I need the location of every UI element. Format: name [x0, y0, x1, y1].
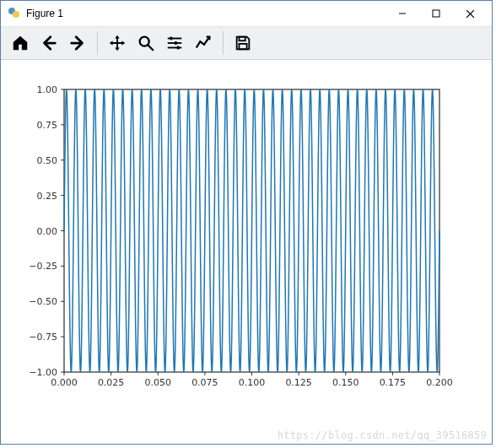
svg-text:0.150: 0.150: [332, 377, 359, 388]
forward-icon[interactable]: [63, 29, 92, 57]
plot-svg: −1.00−0.75−0.50−0.250.000.250.500.751.00…: [1, 60, 492, 444]
maximize-button[interactable]: [419, 2, 453, 25]
app-icon: [8, 7, 21, 20]
svg-text:0.050: 0.050: [145, 377, 172, 388]
svg-text:0.100: 0.100: [239, 377, 266, 388]
save-icon[interactable]: [229, 29, 257, 57]
axes-icon[interactable]: [189, 29, 218, 57]
pan-icon[interactable]: [103, 29, 132, 57]
svg-text:1.00: 1.00: [37, 84, 58, 95]
svg-text:0.000: 0.000: [51, 377, 78, 388]
minimize-button[interactable]: [385, 2, 419, 25]
svg-text:−0.75: −0.75: [29, 332, 57, 343]
svg-text:0.125: 0.125: [285, 377, 312, 388]
svg-text:0.075: 0.075: [191, 377, 218, 388]
back-icon[interactable]: [35, 29, 63, 57]
svg-rect-14: [239, 37, 245, 41]
titlebar: Figure 1: [1, 1, 492, 26]
svg-rect-3: [433, 10, 439, 17]
toolbar: [1, 26, 492, 60]
svg-point-1: [13, 11, 19, 18]
svg-rect-13: [177, 46, 180, 50]
svg-text:0.25: 0.25: [37, 191, 58, 202]
svg-rect-15: [239, 44, 246, 49]
svg-line-7: [148, 46, 154, 51]
svg-text:0.50: 0.50: [37, 155, 58, 166]
window-title: Figure 1: [26, 8, 385, 19]
svg-text:0.00: 0.00: [37, 226, 58, 237]
home-icon[interactable]: [6, 29, 35, 57]
figure-window: Figure 1: [0, 0, 493, 445]
svg-rect-12: [175, 41, 177, 45]
svg-text:0.200: 0.200: [426, 377, 453, 388]
svg-rect-11: [170, 37, 173, 40]
svg-text:0.175: 0.175: [380, 377, 407, 388]
plot-canvas[interactable]: −1.00−0.75−0.50−0.250.000.250.500.751.00…: [1, 60, 492, 444]
toolbar-separator: [97, 31, 98, 55]
zoom-icon[interactable]: [132, 29, 160, 57]
subplots-icon[interactable]: [160, 29, 189, 57]
svg-text:−0.25: −0.25: [29, 261, 57, 272]
svg-text:0.75: 0.75: [37, 120, 58, 131]
svg-text:0.025: 0.025: [98, 377, 125, 388]
close-button[interactable]: [453, 2, 487, 25]
svg-text:−0.50: −0.50: [29, 296, 57, 307]
toolbar-separator: [223, 31, 224, 55]
